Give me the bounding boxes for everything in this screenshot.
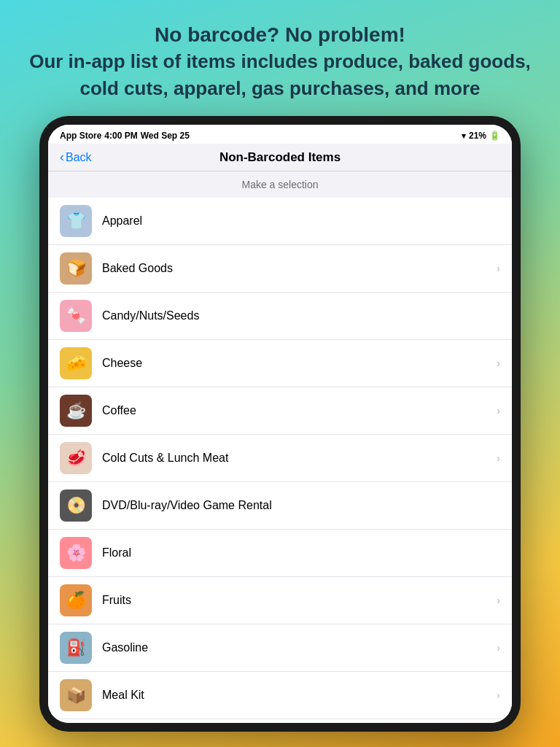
item-label-cheese: Cheese — [102, 357, 497, 370]
promo-headline: No barcode? No problem! Our in-app list … — [29, 22, 531, 101]
chevron-left-icon: ‹ — [60, 150, 64, 165]
chevron-icon-coffee: › — [497, 405, 500, 417]
chevron-icon-fruits: › — [497, 595, 500, 606]
chevron-icon-cheese: › — [497, 357, 500, 369]
item-image-gasoline: ⛽ — [60, 632, 92, 664]
item-image-candy: 🍬 — [60, 300, 92, 332]
list-item-floral[interactable]: 🌸Floral — [48, 530, 512, 577]
nav-bar: ‹ Back Non-Barcoded Items — [48, 144, 512, 171]
section-header: Make a selection — [48, 171, 512, 198]
item-label-dvd: DVD/Blu-ray/Video Game Rental — [102, 499, 500, 512]
item-image-floral: 🌸 — [60, 537, 92, 569]
item-label-floral: Floral — [102, 546, 500, 560]
item-label-cold-cuts: Cold Cuts & Lunch Meat — [102, 452, 497, 465]
item-label-candy: Candy/Nuts/Seeds — [102, 309, 500, 322]
item-image-dvd: 📀 — [60, 489, 92, 522]
list-item-meal-kit[interactable]: 📦Meal Kit› — [48, 672, 512, 719]
status-right: ▾ 21% 🔋 — [462, 131, 500, 141]
list-item-coffee[interactable]: ☕Coffee› — [48, 387, 512, 435]
time-label: 4:00 PM — [104, 131, 137, 141]
item-image-apparel: 👕 — [60, 205, 92, 237]
back-button[interactable]: ‹ Back — [60, 150, 92, 165]
device-screen: App Store 4:00 PM Wed Sep 25 ▾ 21% 🔋 ‹ B… — [48, 125, 512, 723]
list-item-dvd[interactable]: 📀DVD/Blu-ray/Video Game Rental — [48, 482, 512, 530]
list-item-cheese[interactable]: 🧀Cheese› — [48, 340, 512, 387]
item-label-coffee: Coffee — [102, 404, 497, 417]
page-title: Non-Barcoded Items — [219, 150, 341, 165]
promo-section: No barcode? No problem! Our in-app list … — [0, 0, 560, 116]
list-item-apparel[interactable]: 👕Apparel — [48, 198, 512, 245]
device-wrapper: App Store 4:00 PM Wed Sep 25 ▾ 21% 🔋 ‹ B… — [0, 116, 560, 732]
ipad-device: App Store 4:00 PM Wed Sep 25 ▾ 21% 🔋 ‹ B… — [39, 116, 521, 732]
chevron-icon-gasoline: › — [497, 642, 500, 654]
list-item-baked-goods[interactable]: 🍞Baked Goods› — [48, 245, 512, 293]
list-item-candy[interactable]: 🍬Candy/Nuts/Seeds — [48, 293, 512, 340]
carrier-label: App Store — [60, 131, 101, 141]
status-bar: App Store 4:00 PM Wed Sep 25 ▾ 21% 🔋 — [48, 125, 512, 144]
item-image-cheese: 🧀 — [60, 347, 92, 379]
back-label: Back — [66, 151, 92, 164]
item-label-baked-goods: Baked Goods — [102, 262, 497, 275]
item-image-meal-kit: 📦 — [60, 679, 92, 711]
list-item-gasoline[interactable]: ⛽Gasoline› — [48, 624, 512, 672]
item-image-coffee: ☕ — [60, 395, 92, 427]
items-list: 👕Apparel🍞Baked Goods›🍬Candy/Nuts/Seeds🧀C… — [48, 198, 512, 723]
wifi-icon: ▾ — [462, 131, 466, 141]
status-left: App Store 4:00 PM Wed Sep 25 — [60, 131, 190, 141]
item-image-fruits: 🍊 — [60, 584, 92, 616]
item-label-gasoline: Gasoline — [102, 641, 497, 654]
item-label-apparel: Apparel — [102, 214, 500, 228]
item-label-fruits: Fruits — [102, 594, 497, 607]
list-item-cold-cuts[interactable]: 🥩Cold Cuts & Lunch Meat› — [48, 435, 512, 482]
chevron-icon-meal-kit: › — [497, 689, 500, 701]
list-item-fruits[interactable]: 🍊Fruits› — [48, 577, 512, 624]
item-image-cold-cuts: 🥩 — [60, 442, 92, 474]
item-image-baked-goods: 🍞 — [60, 252, 92, 285]
chevron-icon-baked-goods: › — [497, 263, 500, 274]
chevron-icon-cold-cuts: › — [497, 452, 500, 464]
battery-label: 21% — [469, 131, 486, 141]
battery-icon: 🔋 — [489, 131, 500, 141]
list-item-meat[interactable]: 🥩Meat/Poultry/Seafood› — [48, 719, 512, 723]
date-label: Wed Sep 25 — [141, 131, 190, 141]
item-label-meal-kit: Meal Kit — [102, 689, 497, 702]
